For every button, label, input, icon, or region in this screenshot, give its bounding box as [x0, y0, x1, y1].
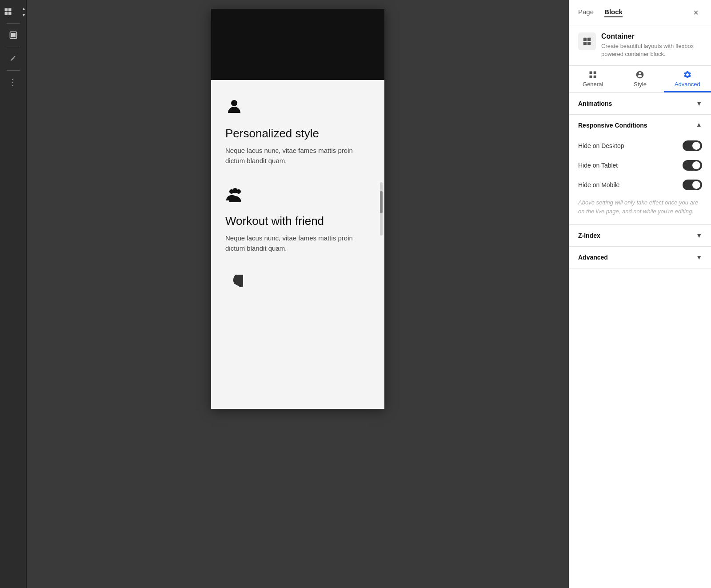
zindex-chevron: ▼	[696, 232, 702, 239]
close-button[interactable]: ×	[690, 6, 702, 19]
section1-text: Neque lacus nunc, vitae fames mattis pro…	[225, 146, 370, 166]
block-icon-wrap	[578, 32, 596, 50]
panel-main-tabs: Page Block	[578, 8, 623, 17]
advanced-chevron: ▼	[696, 254, 702, 261]
svg-rect-14	[590, 72, 592, 74]
phone-section-2: Workout with friend Neque lacus nunc, vi…	[225, 187, 370, 253]
phone-content: Personalized style Neque lacus nunc, vit…	[211, 80, 384, 332]
section2-heading: Workout with friend	[225, 214, 370, 228]
toolbar-divider-2	[7, 47, 20, 47]
layout-icon	[4, 7, 12, 16]
right-panel: Page Block × Container Create beautiful …	[569, 0, 711, 588]
hide-tablet-row: Hide on Tablet	[578, 156, 702, 175]
hide-mobile-row: Hide on Mobile	[578, 175, 702, 195]
svg-rect-3	[8, 12, 11, 15]
phone-section-3	[225, 275, 370, 296]
group-icon	[225, 187, 370, 207]
general-icon	[588, 70, 597, 79]
svg-rect-0	[4, 8, 8, 12]
svg-rect-2	[4, 12, 8, 15]
responsive-conditions-chevron: ▼	[696, 122, 702, 129]
canvas-area: Personalized style Neque lacus nunc, vit…	[27, 0, 569, 588]
hide-tablet-toggle[interactable]	[683, 160, 702, 171]
svg-rect-16	[590, 76, 592, 78]
svg-rect-5	[11, 33, 16, 37]
responsive-conditions-section: Responsive Conditions ▼ Hide on Desktop …	[569, 115, 711, 225]
animations-label: Animations	[578, 100, 612, 107]
zindex-header[interactable]: Z-Index ▼	[569, 225, 711, 246]
responsive-hint-text: Above setting will only take effect once…	[578, 195, 702, 217]
scrollbar-thumb[interactable]	[380, 191, 383, 213]
more-options-button[interactable]: ⋮	[4, 74, 23, 90]
svg-rect-12	[583, 42, 587, 45]
zindex-section: Z-Index ▼	[569, 225, 711, 247]
svg-rect-1	[8, 8, 11, 12]
sub-tab-advanced-label: Advanced	[675, 81, 700, 88]
svg-rect-15	[594, 72, 596, 74]
hide-mobile-label: Hide on Mobile	[578, 181, 619, 188]
responsive-conditions-body: Hide on Desktop Hide on Tablet Hide on M…	[569, 136, 711, 224]
svg-point-9	[236, 189, 241, 194]
marker-icon	[9, 54, 18, 63]
animations-header[interactable]: Animations ▼	[569, 93, 711, 114]
toolbar-divider-3	[7, 70, 20, 71]
person-icon	[225, 98, 370, 120]
sub-tab-style-label: Style	[634, 81, 647, 88]
phone-section-1: Personalized style Neque lacus nunc, vit…	[225, 98, 370, 166]
advanced-section: Advanced ▼	[569, 247, 711, 268]
hide-desktop-toggle[interactable]	[683, 140, 702, 151]
block-title: Container	[601, 32, 702, 40]
advanced-header[interactable]: Advanced ▼	[569, 247, 711, 268]
phone-hero-bg	[211, 9, 384, 80]
sub-tabs: General Style Advanced	[569, 66, 711, 93]
sub-tab-general[interactable]: General	[569, 66, 616, 92]
animations-chevron: ▼	[696, 100, 702, 107]
tab-block[interactable]: Block	[604, 8, 623, 17]
section1-heading: Personalized style	[225, 127, 370, 140]
hide-desktop-label: Hide on Desktop	[578, 142, 624, 149]
animations-section: Animations ▼	[569, 93, 711, 115]
advanced-label: Advanced	[578, 254, 608, 261]
layout-toggle-button[interactable]	[0, 4, 18, 20]
hide-mobile-toggle[interactable]	[683, 180, 702, 190]
advanced-icon	[683, 70, 692, 79]
svg-rect-10	[583, 38, 587, 41]
block-description: Create beautiful layouts with flexbox po…	[601, 42, 702, 58]
marker-tool-button[interactable]	[4, 51, 23, 67]
select-tool-button[interactable]	[4, 27, 23, 43]
section2-text: Neque lacus nunc, vitae fames mattis pro…	[225, 233, 370, 253]
tab-page[interactable]: Page	[578, 8, 594, 17]
sub-tab-style[interactable]: Style	[616, 66, 663, 92]
toolbar-divider	[7, 23, 20, 24]
more-dots-icon: ⋮	[9, 78, 18, 86]
block-info-text: Container Create beautiful layouts with …	[601, 32, 702, 58]
style-icon	[635, 70, 644, 79]
hide-tablet-label: Hide on Tablet	[578, 162, 618, 169]
zindex-label: Z-Index	[578, 232, 600, 239]
phone-frame: Personalized style Neque lacus nunc, vit…	[211, 9, 384, 409]
panel-header: Page Block ×	[569, 0, 711, 25]
svg-rect-13	[587, 42, 591, 45]
pie-chart-icon	[225, 275, 370, 296]
sub-tab-advanced[interactable]: Advanced	[664, 66, 711, 92]
sub-tab-general-label: General	[583, 81, 603, 88]
svg-rect-11	[587, 38, 591, 41]
responsive-conditions-label: Responsive Conditions	[578, 122, 647, 129]
phone-hero	[211, 9, 384, 80]
container-icon	[582, 36, 592, 46]
select-icon	[9, 31, 18, 40]
scrollbar-track[interactable]	[380, 182, 383, 236]
svg-point-6	[231, 100, 237, 106]
left-toolbar: ▲ ▼ ⋮	[0, 0, 27, 588]
hide-desktop-row: Hide on Desktop	[578, 136, 702, 156]
block-info: Container Create beautiful layouts with …	[569, 25, 711, 66]
responsive-conditions-header[interactable]: Responsive Conditions ▼	[569, 115, 711, 136]
svg-rect-17	[594, 76, 596, 78]
